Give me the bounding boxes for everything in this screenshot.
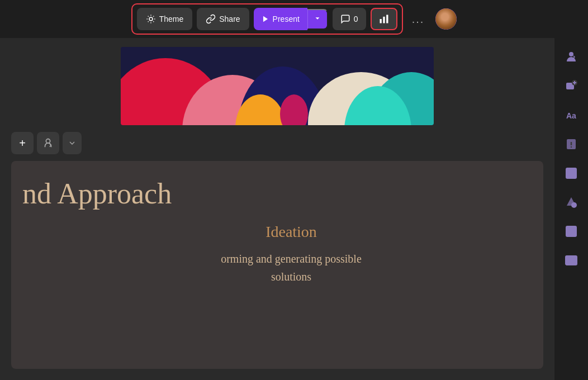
layers-icon [565,79,578,93]
analytics-icon [378,13,390,25]
slide-content: nd Approach Ideation orming and generati… [11,161,543,369]
presenter-icon [565,50,578,64]
toolbar: Theme Share Present [0,0,588,38]
slide-body-line1: orming and generating possible [56,250,527,268]
sidebar-layers-button[interactable] [559,74,584,98]
present-group: Present [254,8,328,30]
svg-point-28 [571,202,577,208]
slide-artwork [121,47,434,125]
slide-controls: + [0,125,554,161]
sidebar-shapes-button[interactable] [559,190,584,215]
slide-subheading: Ideation [56,223,527,241]
person-slide-icon [42,137,54,149]
sidebar-presenter-button[interactable] [559,45,584,69]
layout-icon [565,167,578,180]
comment-icon [340,14,350,24]
share-icon [206,14,216,24]
svg-point-0 [149,17,153,21]
chevron-slide-icon [68,139,77,148]
slide-body: orming and generating possible solutions [56,250,527,286]
text-icon: Aa [565,108,578,122]
comments-count: 0 [354,15,358,23]
svg-marker-1 [263,16,268,22]
slide-thumbnail [121,47,434,125]
present-label: Present [273,15,300,23]
share-button[interactable]: Share [197,8,249,30]
more-label: ... [412,13,425,25]
sidebar-video-button[interactable] [559,248,584,273]
comments-button[interactable]: 0 [333,8,366,30]
sidebar-text-button[interactable]: Aa [559,103,584,127]
shapes-icon [565,196,578,209]
image-icon [565,225,578,238]
svg-point-14 [46,139,50,143]
svg-text:Aa: Aa [566,111,576,120]
play-icon [262,15,269,23]
add-slide-button[interactable]: + [11,132,34,154]
slide-body-line2: solutions [56,268,527,286]
svg-rect-3 [383,17,385,23]
sidebar-notes-button[interactable] [559,132,584,156]
svg-rect-4 [386,15,388,23]
present-dropdown-button[interactable] [307,9,328,30]
analytics-button[interactable] [371,8,397,30]
add-label: + [19,137,26,150]
svg-point-23 [571,146,572,148]
presenter-button[interactable] [37,132,59,154]
sidebar-layout-button[interactable] [559,161,584,186]
theme-icon [146,14,156,24]
video-icon [565,254,578,267]
slide-preview-area [0,38,554,125]
sidebar-image-button[interactable] [559,219,584,244]
slide-heading: nd Approach [22,178,527,210]
avatar[interactable] [435,8,457,30]
slide-options-button[interactable] [63,132,82,154]
more-options-button[interactable]: ... [407,11,429,28]
avatar-image [435,8,457,30]
theme-label: Theme [159,15,184,23]
main-content: + nd Approach Ideation orming and genera… [0,38,554,380]
theme-button[interactable]: Theme [137,8,193,30]
present-button[interactable]: Present [254,8,307,30]
notes-icon [565,137,578,151]
toolbar-highlight-group: Theme Share Present [131,3,403,35]
svg-point-15 [569,52,573,56]
svg-rect-2 [380,19,381,23]
chevron-down-icon [314,15,321,22]
share-label: Share [219,15,240,23]
right-sidebar: Aa [554,38,588,380]
svg-point-30 [568,229,570,230]
